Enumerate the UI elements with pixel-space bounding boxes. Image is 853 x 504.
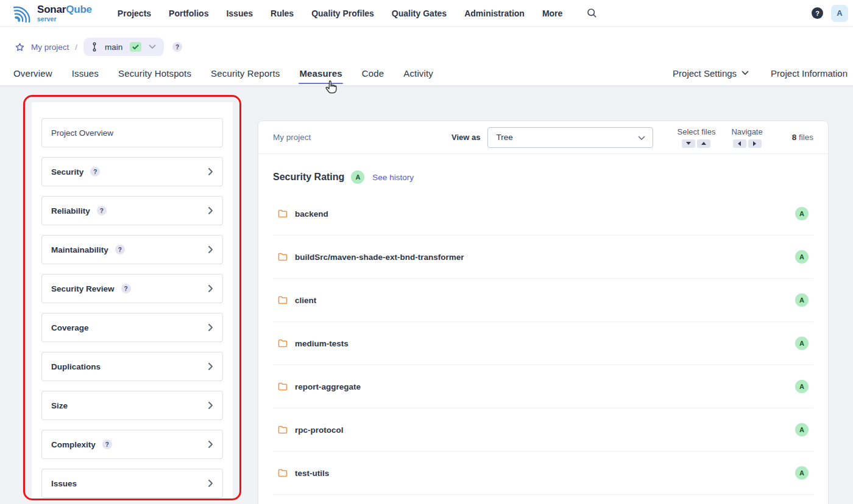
branch-selector[interactable]: main <box>83 38 164 56</box>
component-name: rpc-protocol <box>295 425 344 435</box>
component-row[interactable]: test-utils A <box>273 452 813 495</box>
project-tabs-bar: OverviewIssuesSecurity HotspotsSecurity … <box>0 61 853 85</box>
component-rating-badge: A <box>795 337 809 350</box>
content-area: Project Overview Security ? Reliability <box>0 85 853 504</box>
nav-item[interactable]: Projects <box>118 9 151 18</box>
component-rating-badge: A <box>795 207 809 220</box>
sonarqube-logo[interactable]: SonarQube server <box>13 4 92 23</box>
component-name: client <box>295 296 316 305</box>
component-name: report-aggregate <box>295 382 361 391</box>
component-name: buildSrc/maven-shade-ext-bnd-transformer <box>295 253 464 262</box>
folder-icon <box>278 339 288 348</box>
breadcrumb-separator: / <box>75 43 77 52</box>
tab[interactable]: Activity <box>403 61 433 85</box>
component-name: medium-tests <box>295 339 349 348</box>
nav-item[interactable]: Issues <box>226 9 253 18</box>
files-count: 8 files <box>792 133 813 142</box>
tab[interactable]: Security Hotspots <box>118 61 191 85</box>
chevron-down-icon <box>742 71 749 75</box>
user-avatar[interactable]: A <box>831 5 848 22</box>
component-row[interactable]: buildSrc/maven-shade-ext-bnd-transformer… <box>273 236 813 279</box>
measures-panel: My project View as Tree Select files <box>258 121 829 504</box>
mouse-cursor-icon <box>324 80 338 97</box>
select-previous-file-button[interactable] <box>697 139 710 148</box>
component-row[interactable]: client A <box>273 279 813 322</box>
breadcrumb: My project / main ? <box>0 27 853 61</box>
navigate-forward-button[interactable] <box>748 139 762 148</box>
nav-item[interactable]: Administration <box>464 9 525 18</box>
component-list: backend A buildSrc/maven-shade-ext-bnd-t… <box>273 192 813 495</box>
tab[interactable]: Overview <box>13 61 52 85</box>
top-navigation: SonarQube server ProjectsPortfoliosIssue… <box>0 0 853 27</box>
project-information-link[interactable]: Project Information <box>771 68 848 79</box>
help-icon[interactable]: ? <box>812 7 823 19</box>
select-next-file-button[interactable] <box>682 139 695 148</box>
branch-name: main <box>105 43 122 52</box>
overall-rating-badge: A <box>351 170 364 184</box>
view-as-value: Tree <box>497 133 513 142</box>
sonar-waves-icon <box>13 4 34 23</box>
component-rating-badge: A <box>795 293 809 307</box>
chevron-down-icon <box>638 132 645 143</box>
breadcrumb-project-link[interactable]: My project <box>31 43 69 52</box>
folder-icon <box>278 425 288 434</box>
red-annotation-rectangle <box>23 95 241 500</box>
nav-item[interactable]: More <box>542 9 562 18</box>
nav-item[interactable]: Rules <box>271 9 294 18</box>
chevron-down-icon <box>149 44 156 49</box>
brand-subtitle: server <box>37 16 92 23</box>
view-as-dropdown[interactable]: Tree <box>487 127 653 148</box>
folder-icon <box>278 382 288 391</box>
sonarqube-measures-page: SonarQube server ProjectsPortfoliosIssue… <box>0 0 853 504</box>
quality-gate-check-icon <box>130 42 141 52</box>
folder-icon <box>278 209 288 218</box>
search-icon[interactable] <box>587 8 597 18</box>
component-row[interactable]: medium-tests A <box>273 322 813 365</box>
brand-name: SonarQube <box>37 4 92 15</box>
tab[interactable]: Issues <box>72 61 99 85</box>
view-as-label: View as <box>451 133 480 142</box>
metric-title: Security Rating <box>273 172 344 183</box>
component-rating-badge: A <box>795 466 809 480</box>
main-nav: ProjectsPortfoliosIssuesRulesQuality Pro… <box>118 9 563 18</box>
navigate-back-button[interactable] <box>733 139 746 148</box>
branch-icon <box>91 42 97 52</box>
component-row[interactable]: rpc-protocol A <box>273 408 813 452</box>
nav-item[interactable]: Quality Profiles <box>311 9 374 18</box>
measures-panel-header: My project View as Tree Select files <box>258 121 828 154</box>
see-history-link[interactable]: See history <box>372 173 414 182</box>
component-rating-badge: A <box>795 250 809 264</box>
component-row[interactable]: report-aggregate A <box>273 365 813 408</box>
component-name: backend <box>295 209 328 219</box>
component-rating-badge: A <box>795 423 809 436</box>
component-rating-badge: A <box>795 380 809 393</box>
select-files-label: Select files <box>678 127 716 136</box>
metric-heading: Security Rating A See history <box>273 170 813 184</box>
folder-icon <box>278 253 288 261</box>
tab[interactable]: Code <box>362 61 384 85</box>
nav-item[interactable]: Quality Gates <box>392 9 447 18</box>
folder-icon <box>278 469 288 477</box>
branch-help-icon[interactable]: ? <box>172 42 182 52</box>
favorite-star-icon[interactable] <box>15 42 25 52</box>
navigate-label: Navigate <box>731 127 762 136</box>
component-row[interactable]: backend A <box>273 192 813 236</box>
nav-item[interactable]: Portfolios <box>169 9 208 18</box>
project-tabs: OverviewIssuesSecurity HotspotsSecurity … <box>13 61 433 85</box>
component-name: test-utils <box>295 469 329 478</box>
tab[interactable]: Security Reports <box>211 61 280 85</box>
panel-breadcrumb-project[interactable]: My project <box>273 133 311 142</box>
folder-icon <box>278 296 288 304</box>
project-settings-menu[interactable]: Project Settings <box>673 68 749 79</box>
